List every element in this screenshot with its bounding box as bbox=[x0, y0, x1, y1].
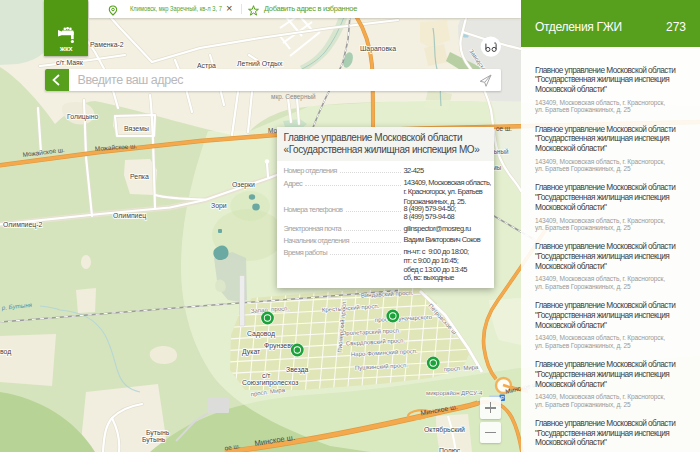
svg-text:Бутынь: Бутынь bbox=[142, 436, 166, 444]
svg-text:Шараповка: Шараповка bbox=[360, 45, 396, 53]
svg-text:ое ш.: ое ш. bbox=[496, 125, 512, 132]
svg-text:Вяземы: Вяземы bbox=[124, 125, 149, 132]
svg-text:Голицыно: Голицыно bbox=[67, 113, 99, 121]
svg-text:Летний Отдых: Летний Отдых bbox=[237, 60, 283, 68]
svg-text:Фрунзеве: Фрунзеве bbox=[264, 342, 295, 350]
svg-text:Зори: Зори bbox=[211, 202, 227, 210]
svg-text:мкр. Северный: мкр. Северный bbox=[271, 93, 316, 101]
svg-text:Раменка-2: Раменка-2 bbox=[90, 41, 124, 48]
svg-text:Звезда: Звезда bbox=[286, 366, 308, 374]
svg-text:Олимпиец-2: Олимпиец-2 bbox=[3, 221, 43, 229]
svg-text:Полюс: Полюс bbox=[439, 447, 461, 452]
svg-text:Дукат: Дукат bbox=[242, 348, 261, 356]
svg-text:Озерки: Озерки bbox=[232, 181, 255, 189]
svg-text:с/т Маяк: с/т Маяк bbox=[56, 59, 84, 66]
svg-text:микрорайон ДРСУ-4: микрорайон ДРСУ-4 bbox=[426, 390, 483, 396]
svg-text:P: P bbox=[501, 395, 505, 401]
svg-text:вод: вод bbox=[0, 348, 11, 356]
svg-text:с/т: с/т bbox=[262, 372, 271, 379]
svg-text:Олимпиец: Олимпиец bbox=[113, 212, 146, 220]
svg-text:Октябрьский: Октябрьский bbox=[424, 426, 465, 434]
svg-text:Репка: Репка bbox=[130, 173, 149, 180]
svg-text:Союзгипролесхоз: Союзгипролесхоз bbox=[242, 379, 298, 387]
svg-text:Садовод: Садовод bbox=[247, 330, 275, 338]
